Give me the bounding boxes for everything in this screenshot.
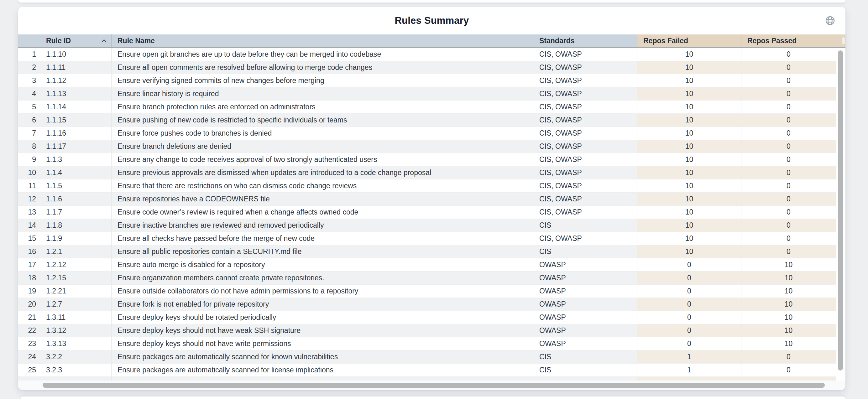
table-row[interactable]: 141.1.8Ensure inactive branches are revi… [18, 219, 836, 232]
rule-name-cell: Ensure open git branches are up to date … [112, 48, 533, 61]
frozen-column-divider [40, 380, 40, 390]
rule-id-cell: 1.1.8 [40, 219, 112, 232]
table-row[interactable]: 201.2.7Ensure fork is not enabled for pr… [18, 298, 836, 311]
rule-name-cell: Ensure that there are restrictions on wh… [112, 179, 533, 193]
table-row[interactable]: 131.1.7Ensure code owner’s review is req… [18, 206, 836, 219]
table-row[interactable]: 161.2.1Ensure all public repositories co… [18, 245, 836, 258]
rule-id-cell: 1.2.7 [40, 298, 112, 311]
repos-failed-cell: 0 [638, 311, 741, 324]
page-title: Rules Summary [395, 15, 469, 26]
row-number-cell: 25 [18, 364, 40, 377]
row-number-cell: 18 [18, 271, 40, 285]
table-row[interactable]: 181.2.15Ensure organization members cann… [18, 271, 836, 285]
repos-failed-cell: 10 [638, 193, 741, 206]
table-row[interactable]: 51.1.14Ensure branch protection rules ar… [18, 101, 836, 114]
table-row[interactable]: 191.2.21Ensure outside collaborators do … [18, 285, 836, 298]
row-number-cell: 11 [18, 179, 40, 193]
table-row[interactable]: 151.1.9Ensure all checks have passed bef… [18, 232, 836, 245]
column-header-rule-name[interactable]: Rule Name [112, 34, 533, 47]
rule-id-cell: 1.1.13 [40, 88, 112, 101]
standards-cell: CIS [533, 351, 638, 364]
repos-passed-cell: 0 [741, 166, 836, 179]
rule-name-cell: Ensure code owner’s review is required w… [112, 206, 533, 219]
rule-name-cell: Ensure deploy keys should not have weak … [112, 324, 533, 337]
rule-name-cell: Ensure force pushes code to branches is … [112, 127, 533, 140]
standards-cell: CIS, OWASP [533, 61, 638, 74]
repos-passed-cell: 0 [741, 88, 836, 101]
table-row[interactable]: 71.1.16Ensure force pushes code to branc… [18, 127, 836, 140]
repos-failed-cell: 10 [638, 179, 741, 193]
table-row[interactable]: 21.1.11Ensure all open comments are reso… [18, 61, 836, 74]
standards-cell: OWASP [533, 324, 638, 337]
repos-passed-cell: 0 [741, 232, 836, 245]
horizontal-scrollbar-thumb[interactable] [42, 383, 825, 388]
row-number-cell: 1 [18, 48, 40, 61]
sort-ascending-icon [101, 39, 107, 42]
repos-failed-cell: 10 [638, 206, 741, 219]
table-row[interactable]: 91.1.3Ensure any change to code receives… [18, 153, 836, 166]
column-header-rule-id[interactable]: Rule ID [40, 34, 112, 47]
column-header-row-number[interactable] [18, 34, 40, 47]
table-row[interactable]: 211.3.11Ensure deploy keys should be rot… [18, 311, 836, 324]
repos-passed-cell: 0 [741, 61, 836, 74]
repos-passed-cell: 0 [741, 114, 836, 127]
row-number-cell: 21 [18, 311, 40, 324]
table-row[interactable]: 41.1.13Ensure linear history is required… [18, 88, 836, 101]
repos-failed-cell: 10 [638, 48, 741, 61]
standards-cell: OWASP [533, 285, 638, 298]
repos-passed-cell: 0 [741, 245, 836, 258]
globe-button[interactable] [824, 15, 836, 27]
rule-name-cell: Ensure all public repositories contain a… [112, 245, 533, 258]
repos-passed-cell: 10 [741, 324, 836, 337]
column-header-repos-passed[interactable]: Repos Passed [741, 34, 836, 47]
table-row[interactable]: 221.3.12Ensure deploy keys should not ha… [18, 324, 836, 337]
table-row[interactable]: 111.1.5Ensure that there are restriction… [18, 179, 836, 193]
rule-id-cell: 1.2.1 [40, 245, 112, 258]
repos-failed-cell: 10 [638, 232, 741, 245]
table-row[interactable]: 231.3.13Ensure deploy keys should not ha… [18, 337, 836, 351]
column-header-repos-failed[interactable]: Repos Failed [638, 34, 741, 47]
rule-id-cell: 1.1.12 [40, 74, 112, 88]
row-number-cell: 8 [18, 140, 40, 153]
table-row[interactable]: 243.2.2Ensure packages are automatically… [18, 351, 836, 364]
column-header-standards[interactable]: Standards [533, 34, 638, 47]
row-number-cell: 13 [18, 206, 40, 219]
rule-name-cell [112, 377, 533, 380]
vertical-scrollbar-thumb[interactable] [838, 51, 843, 370]
repos-passed-cell: 0 [741, 153, 836, 166]
standards-cell: CIS, OWASP [533, 140, 638, 153]
table-row[interactable]: 171.2.12Ensure auto merge is disabled fo… [18, 258, 836, 271]
table-row[interactable]: 31.1.12Ensure verifying signed commits o… [18, 74, 836, 88]
rule-name-cell: Ensure deploy keys should be rotated per… [112, 311, 533, 324]
repos-failed-cell: 10 [638, 127, 741, 140]
standards-cell: CIS, OWASP [533, 206, 638, 219]
table-row[interactable]: 81.1.17Ensure branch deletions are denie… [18, 140, 836, 153]
standards-cell: CIS, OWASP [533, 74, 638, 88]
rule-name-cell: Ensure packages are automatically scanne… [112, 364, 533, 377]
table-row[interactable]: 253.2.3Ensure packages are automatically… [18, 364, 836, 377]
rule-name-cell: Ensure inactive branches are reviewed an… [112, 219, 533, 232]
horizontal-scrollbar-track[interactable] [18, 380, 845, 390]
row-number-cell: 23 [18, 337, 40, 351]
rules-summary-card: Rules Summary Rule ID Rule Name Sta [18, 7, 845, 390]
rule-id-cell: 1.2.21 [40, 285, 112, 298]
table-row[interactable]: 121.1.6Ensure repositories have a CODEOW… [18, 193, 836, 206]
table-row[interactable]: 101.1.4Ensure previous approvals are dis… [18, 166, 836, 179]
table-row[interactable]: 11.1.10Ensure open git branches are up t… [18, 48, 836, 61]
standards-cell: CIS, OWASP [533, 88, 638, 101]
rule-id-cell: 1.1.17 [40, 140, 112, 153]
rule-name-cell: Ensure pushing of new code is restricted… [112, 114, 533, 127]
rule-id-cell: 3.2.3 [40, 364, 112, 377]
rule-id-cell: 1.2.12 [40, 258, 112, 271]
repos-passed-cell: 10 [741, 337, 836, 351]
table-row-partial [18, 377, 836, 380]
repos-passed-cell [741, 377, 836, 380]
repos-passed-cell: 0 [741, 351, 836, 364]
table-row[interactable]: 61.1.15Ensure pushing of new code is res… [18, 114, 836, 127]
standards-cell: CIS, OWASP [533, 166, 638, 179]
repos-passed-cell: 0 [741, 48, 836, 61]
standards-cell [533, 377, 638, 380]
row-number-cell: 22 [18, 324, 40, 337]
row-number-cell: 3 [18, 74, 40, 88]
row-number-cell: 14 [18, 219, 40, 232]
